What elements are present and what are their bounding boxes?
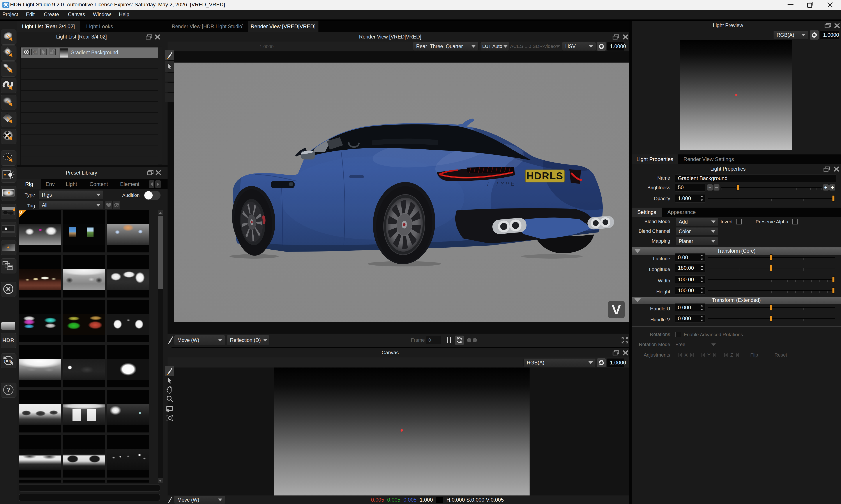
svg-text:HDR: HDR [4, 359, 13, 363]
svg-text:HDRLS: HDRLS [527, 170, 563, 182]
svg-text:F-TYPE: F-TYPE [487, 181, 516, 187]
svg-text:S: S [34, 50, 36, 54]
svg-text:?: ? [6, 386, 10, 393]
